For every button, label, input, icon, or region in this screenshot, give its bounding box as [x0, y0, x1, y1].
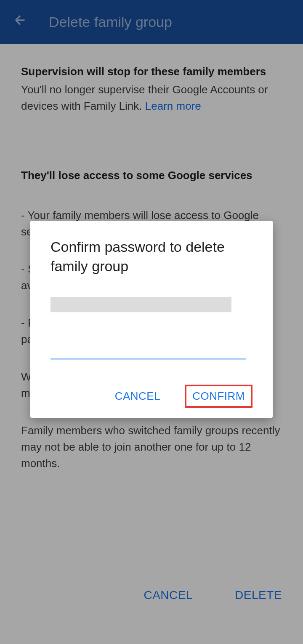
- dialog-confirm-button[interactable]: CONFIRM: [185, 385, 252, 408]
- redacted-info: [50, 297, 231, 312]
- dialog-button-row: CANCEL CONFIRM: [50, 385, 252, 408]
- modal-overlay: Confirm password to delete family group …: [0, 0, 303, 644]
- dialog-cancel-button[interactable]: CANCEL: [107, 385, 168, 408]
- dialog-title: Confirm password to delete family group: [50, 238, 252, 276]
- confirm-password-dialog: Confirm password to delete family group …: [30, 221, 273, 418]
- password-input[interactable]: [50, 342, 246, 359]
